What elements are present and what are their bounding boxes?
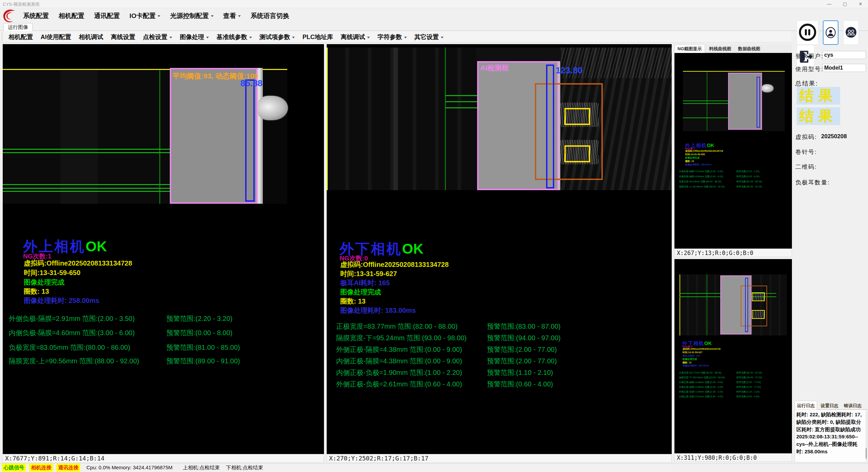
mini-orange-box [741,286,767,326]
close-button[interactable]: ✕ [853,0,868,8]
process-done-line: 图像处理完成 [24,278,65,287]
mini-blue-box [745,278,748,332]
maximize-button[interactable]: ▢ [837,0,852,8]
mini-info: 虚拟码:Offline20250208133134728 [683,347,721,350]
menu-camera-config[interactable]: 相机配置 [54,8,88,24]
heartbeat-status: 心跳信号 [2,464,26,472]
mini-meas: 预警范围:(2.00 - 77.00) [736,381,761,384]
mini-info: 图像处理耗时: 183.00ms [683,364,709,367]
warn-range: 预警范围:(0.00 - 8.00) [166,328,233,338]
mini-info: 圈数: 13 [683,361,691,364]
tab-error-log[interactable]: 错误日志 [842,401,864,411]
upper-camera-status: 上相机:点检结束 [183,465,220,470]
measurement: 内侧负极-隔膜=4.60mm 范围:(3.00 - 6.00) [9,328,135,338]
menu-light-config[interactable]: 光源控制配置 [166,8,218,24]
warn-range: 预警范围:(2.20 - 3.20) [166,314,233,323]
mini-meas: 外侧正极-隔膜=4.38mm 范围:(0.00 - 9.00) [679,381,723,384]
ng-thumbnail-upper[interactable]: 外上相机OK NG次数:1 虚拟码:Offline202502081331347… [674,53,792,249]
negative-tab-count-label: 负极耳数量: [795,179,830,186]
process-time-line: 图像处理耗时: 258.00ms [24,296,99,305]
user-management-button[interactable] [843,20,859,45]
mini-meas: 负极宽度=83.05mm 范围:(80.00 - 86.00) [679,180,722,183]
login-user-input[interactable] [822,51,866,59]
camera-panel-lower-outer: AI检测框 123.80 外下相机OK NG次数:0 虚拟码:Offline20… [327,44,672,463]
tool-offline-setting[interactable]: 离线设置 [108,31,138,43]
tab-ng-screenshot[interactable]: NG截图显示 [674,44,705,53]
menu-view[interactable]: 查看 [219,8,245,24]
warn-range: 预警范围:(1.10 - 2.10) [487,368,553,377]
tool-other-settings[interactable]: 其它设置 [411,31,447,43]
cpu-memory-status: Cpu: 0.0% Memory: 3424.41796875M [87,465,173,470]
needle-number-label: 卷针号: [795,148,817,156]
tool-camera-debug[interactable]: 相机调试 [76,31,106,43]
tab-material-curve[interactable]: 料线曲线图 [706,44,734,53]
yellow-edge-line [680,274,680,335]
part-texture [171,69,256,202]
measurement: 外侧负极-隔膜=2.91mm 范围:(2.00 - 3.50) [9,314,135,323]
mini-meas: 预警范围:(2.20 - 3.20) [736,170,759,173]
caret-down-icon [238,15,241,17]
run-log-text: 耗时: 222, 缺陷检测耗时: 17, 缺陷分类耗时: 0, 缺陷提取分区耗时… [795,410,867,462]
mini-meas: 预警范围:(0.00 - 8.00) [736,175,759,178]
ng-thumbnail-lower[interactable]: 外下相机OK NG次数:0 虚拟码:Offline202502081331347… [674,259,792,453]
mini-meas: 内侧正极-负极=1.90mm 范围:(1.00 - 2.20) [679,390,723,393]
mini-meas: 外侧负极-隔膜=2.91mm 范围:(2.00 - 3.50) [679,170,723,173]
warn-range: 预警范围:(94.00 - 97.00) [487,333,561,343]
process-done-line: 图像处理完成 [340,288,381,297]
camera-view-upper-outer[interactable]: 平均阈值:93, 动态阈值:100 85.88 外上相机OK NG次数:1 虚拟… [3,44,324,454]
tool-image-process[interactable]: 图像处理 [177,31,212,43]
measurement: 内侧正极-隔膜=4.38mm 范围:(0.00 - 9.00) [336,357,462,366]
mini-metal-pin [762,84,774,92]
mini-meas: 正极宽度=83.77mm 范围:(82.00 - 88.00) [679,371,722,374]
qr-code-label: 二维码: [795,163,817,171]
sidebar-tabs: NG截图显示 料线曲线图 数据曲线图 [674,44,792,53]
camera-link-status: 相机连接 [29,464,53,472]
pixel-coordinate-bar: X:267;Y:13;R:0;G:0;B:0 [674,249,792,257]
time-line: 时间:13-31-59-627 [340,269,397,278]
mini-meas: 内侧正极-隔膜=4.38mm 范围:(0.00 - 9.00) [679,385,723,388]
model-input[interactable] [822,64,866,72]
tool-ai-config[interactable]: AI使用配置 [37,31,74,43]
menu-language-switch[interactable]: 系统语言切换 [247,8,293,24]
virtual-code-line: 虚拟码:Offline20250208133134728 [24,259,132,268]
mini-info: 时间:13-31-59-627 [683,351,702,354]
caret-down-icon [441,37,444,38]
tool-test-params[interactable]: 测试项参数 [256,31,298,43]
mini-meas: 预警范围:(89.00 - 91.00) [736,185,762,188]
measure-blue-box [546,65,554,188]
menu-system-config[interactable]: 系统配置 [19,8,53,24]
tool-baseline-params[interactable]: 基准线参数 [214,31,255,43]
measurement: 外侧正极-负极=2.61mm 范围:(0.60 - 4.00) [336,380,462,389]
tool-camera-config[interactable]: 相机配置 [5,31,36,43]
mini-info: 圈数: 13 [685,160,694,163]
virtual-code-line: 虚拟码:Offline20250208133134728 [340,260,449,269]
mini-info: 图像处理完成 [683,358,697,361]
metal-pin [257,96,288,120]
tab-run-image[interactable]: 运行图像 [3,23,33,31]
tool-plc-address[interactable]: PLC地址库 [300,31,336,43]
pixel-coordinate-bar: X:311;Y:980;R:0;G:0;B:0 [674,453,792,462]
tool-spot-check[interactable]: 点检设置 [140,31,175,43]
tool-offline-debug[interactable]: 离线调试 [338,31,373,43]
minimize-button[interactable]: — [822,0,837,8]
mini-info: 时间:13-31-59-650 [685,153,705,156]
menu-io-config[interactable]: IO卡配置 [125,8,164,24]
toolbar-grip[interactable] [2,32,3,41]
pixel-coordinate-bar: X:270;Y:2502;R:17;G:17;B:17 [327,454,672,463]
tab-setting-log[interactable]: 设置日志 [818,401,840,411]
mini-meas: 隔膜宽度-上=90.56mm 范围:(88.00 - 92.00) [679,185,725,188]
camera-view-lower-outer[interactable]: AI检测框 123.80 外下相机OK NG次数:0 虚拟码:Offline20… [327,44,672,454]
tab-run-log[interactable]: 运行日志 [795,401,817,411]
measurement: 负极宽度=83.05mm 范围:(80.00 - 86.00) [9,343,130,352]
warn-range: 预警范围:(89.00 - 91.00) [166,357,240,366]
current-user-button[interactable] [823,20,838,45]
menu-comm-config[interactable]: 通讯配置 [90,8,124,24]
caret-down-icon [158,15,160,17]
tool-char-params[interactable]: 字符参数 [375,31,410,43]
pause-button[interactable] [797,20,818,45]
users-icon [845,23,857,42]
mini-info: 图像处理完成 [685,156,700,159]
mini-yellow-box [752,292,765,301]
log-scrollbar-thumb[interactable] [866,448,867,458]
tab-data-curve[interactable]: 数据曲线图 [735,44,763,53]
